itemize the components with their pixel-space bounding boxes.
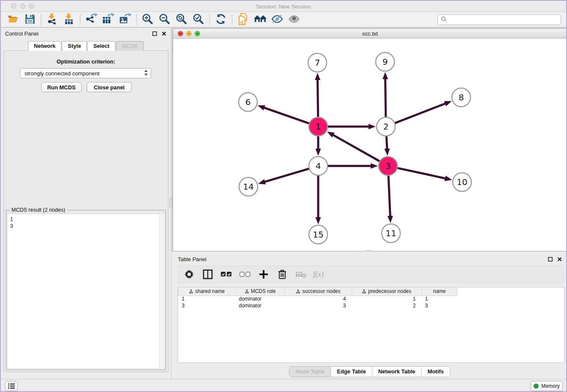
open-folder-icon bbox=[7, 14, 19, 26]
tab-edge-table[interactable]: Edge Table bbox=[330, 367, 372, 377]
tab-select[interactable]: Select bbox=[87, 41, 115, 51]
deselect-all-columns-button[interactable] bbox=[239, 268, 251, 281]
export-network-icon bbox=[85, 13, 98, 27]
column-header-predecessor-nodes[interactable]: predecessor nodes bbox=[352, 287, 422, 295]
close-table-panel-button[interactable] bbox=[556, 256, 563, 262]
select-all-columns-button[interactable] bbox=[220, 268, 233, 281]
node-label-7: 7 bbox=[315, 58, 320, 68]
close-view-button[interactable] bbox=[178, 31, 183, 36]
node-table[interactable]: shared name MCDS role successor nodes pr… bbox=[178, 287, 564, 363]
tab-motifs[interactable]: Motifs bbox=[421, 367, 450, 377]
zoom-fit-icon bbox=[176, 13, 187, 27]
search-input[interactable] bbox=[449, 17, 558, 23]
column-header-name[interactable]: name bbox=[422, 287, 457, 295]
network-graph-canvas[interactable]: 7968124314101511 bbox=[173, 39, 567, 251]
hide-selected-button[interactable] bbox=[269, 13, 286, 27]
arrowhead-4-14 bbox=[258, 179, 266, 184]
arrowhead-2-3 bbox=[384, 149, 390, 156]
main-toolbar bbox=[1, 12, 566, 28]
zoom-in-button[interactable] bbox=[139, 13, 156, 27]
tab-network[interactable]: Network bbox=[28, 41, 61, 51]
result-scrollbar[interactable] bbox=[159, 214, 165, 369]
task-history-button[interactable] bbox=[5, 381, 18, 391]
table-toolbar: f(x) bbox=[178, 265, 564, 284]
arrowhead-4-3 bbox=[371, 163, 378, 169]
memory-button[interactable]: Memory bbox=[531, 381, 563, 391]
tab-style[interactable]: Style bbox=[62, 41, 87, 51]
show-all-button[interactable] bbox=[286, 13, 303, 27]
houses-icon bbox=[253, 14, 267, 26]
search-field[interactable] bbox=[438, 14, 561, 25]
node-label-2: 2 bbox=[383, 121, 389, 132]
table-header-row: shared name MCDS role successor nodes pr… bbox=[179, 287, 457, 295]
toolbar-separator bbox=[136, 14, 137, 25]
status-bar: Memory bbox=[1, 379, 566, 392]
network-document-icon bbox=[237, 13, 249, 27]
control-panel: Control Panel Network Style Select MCDS … bbox=[1, 28, 171, 379]
close-panel-icon-button[interactable] bbox=[160, 30, 167, 37]
open-session-button[interactable] bbox=[4, 13, 21, 27]
mcds-result-group: MCDS result (2 nodes) 1 3 bbox=[6, 210, 166, 370]
column-header-shared-name[interactable]: shared name bbox=[179, 287, 236, 295]
eye-slash-icon bbox=[271, 14, 284, 26]
arrowhead-1-7 bbox=[315, 73, 320, 80]
network-window-titlebar[interactable]: scc.txt bbox=[173, 29, 567, 39]
table-row[interactable]: 1dominator 41 1 bbox=[179, 295, 457, 302]
save-session-button[interactable] bbox=[21, 13, 38, 27]
node-label-1: 1 bbox=[316, 121, 321, 132]
mcds-result-title: MCDS result (2 nodes) bbox=[10, 207, 67, 213]
edge-3-10 bbox=[398, 168, 446, 179]
mcds-panel: Optimization criterion: strongly connect… bbox=[3, 50, 168, 372]
float-panel-button[interactable] bbox=[151, 30, 158, 37]
table-tabs: Node Table Edge Table Network Table Moti… bbox=[171, 366, 567, 377]
export-table-icon bbox=[102, 13, 115, 27]
app-title: Session: New Session bbox=[1, 3, 566, 10]
tab-node-table[interactable]: Node Table bbox=[289, 367, 330, 377]
toolbar-separator bbox=[232, 14, 232, 25]
export-image-icon bbox=[119, 13, 132, 27]
float-table-panel-button[interactable] bbox=[547, 256, 553, 262]
node-label-9: 9 bbox=[383, 57, 388, 67]
close-panel-button[interactable]: Close panel bbox=[87, 82, 132, 92]
table-settings-button[interactable] bbox=[183, 268, 195, 281]
column-view-button[interactable] bbox=[201, 268, 214, 281]
edge-3-11 bbox=[388, 176, 390, 217]
refresh-view-button[interactable] bbox=[212, 13, 229, 27]
control-panel-tabs: Network Style Select MCDS bbox=[1, 41, 171, 51]
tab-mcds[interactable]: MCDS bbox=[116, 41, 144, 51]
node-label-3: 3 bbox=[385, 161, 391, 171]
edge-1-6 bbox=[263, 108, 308, 124]
apply-layout-button[interactable] bbox=[252, 13, 269, 27]
delete-column-button[interactable] bbox=[276, 268, 289, 281]
network-window-title: scc.txt bbox=[173, 30, 567, 37]
column-header-successor-nodes[interactable]: successor nodes bbox=[285, 287, 352, 295]
import-network-button[interactable] bbox=[44, 13, 61, 27]
arrowhead-3-10 bbox=[445, 176, 452, 181]
delete-table-button[interactable] bbox=[295, 268, 307, 281]
node-label-10: 10 bbox=[457, 177, 467, 187]
column-type-icon bbox=[245, 290, 249, 293]
toolbar-separator bbox=[80, 14, 80, 25]
zoom-view-button[interactable] bbox=[195, 31, 200, 36]
tab-network-table[interactable]: Network Table bbox=[372, 367, 421, 377]
import-table-button[interactable] bbox=[61, 13, 77, 27]
network-view-window[interactable]: scc.txt 7968124314101511 bbox=[173, 28, 567, 251]
copy-network-button[interactable] bbox=[235, 13, 252, 27]
mcds-result-list[interactable]: 1 3 bbox=[7, 214, 165, 369]
zoom-fit-button[interactable] bbox=[173, 13, 190, 27]
column-header-mcds-role[interactable]: MCDS role bbox=[236, 287, 285, 295]
run-mcds-button[interactable]: Run MCDS bbox=[41, 82, 82, 92]
export-image-button[interactable] bbox=[117, 13, 134, 27]
minimize-view-button[interactable] bbox=[186, 31, 192, 36]
zoom-out-button[interactable] bbox=[156, 13, 173, 27]
import-table-icon bbox=[63, 13, 75, 27]
criterion-dropdown[interactable]: strongly connected component bbox=[20, 68, 151, 78]
table-panel: Table Panel f(x) bbox=[171, 251, 567, 379]
export-table-button[interactable] bbox=[100, 13, 117, 27]
zoom-selected-button[interactable] bbox=[190, 13, 207, 27]
save-disk-icon bbox=[25, 14, 35, 26]
add-column-button[interactable] bbox=[257, 268, 270, 281]
export-network-button[interactable] bbox=[83, 13, 100, 27]
table-row[interactable]: 3dominator 32 3 bbox=[179, 302, 457, 309]
function-builder-button[interactable]: f(x) bbox=[313, 270, 324, 279]
